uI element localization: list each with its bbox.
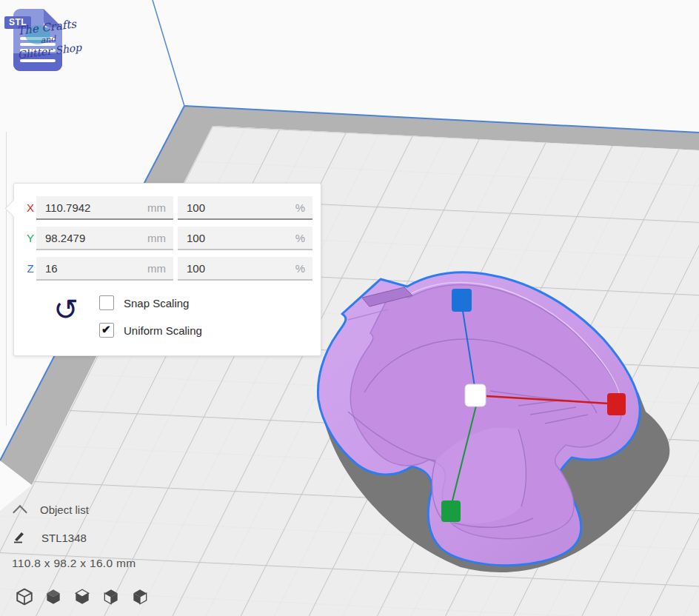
camera-view-toolbar	[13, 585, 151, 609]
axis-label-x: X	[25, 201, 36, 214]
object-list-header[interactable]: Object list	[12, 503, 175, 516]
model-dimensions: 110.8 x 98.2 x 16.0 mm	[12, 557, 175, 570]
x-size-input[interactable]: 110.7942 mm	[36, 196, 173, 220]
cube-right-icon	[130, 587, 150, 606]
snap-scaling-label: Snap Scaling	[124, 297, 189, 309]
unit-percent: %	[295, 232, 305, 244]
view-top-button[interactable]	[71, 585, 93, 609]
stl-badge: STL	[4, 16, 31, 29]
unit-mm: mm	[147, 262, 166, 275]
scale-handle-center[interactable]	[465, 384, 486, 406]
cube-left-icon	[101, 587, 121, 606]
cube-top-icon	[73, 587, 92, 606]
z-percent-input[interactable]: 100 %	[178, 257, 312, 281]
z-size-input[interactable]: 16 mm	[36, 257, 173, 281]
view-left-button[interactable]	[100, 585, 122, 609]
unit-percent: %	[295, 262, 305, 275]
unit-mm: mm	[147, 201, 166, 214]
unit-mm: mm	[147, 232, 166, 244]
x-percent-input[interactable]: 100 %	[178, 196, 312, 220]
build-volume-z-edge	[153, 0, 184, 106]
cube-3d-icon	[15, 587, 34, 606]
chevron-up-icon	[13, 505, 27, 520]
scale-row-x: X 110.7942 mm 100 %	[14, 196, 321, 220]
view-3d-button[interactable]	[13, 585, 36, 609]
scale-row-y: Y 98.2479 mm 100 %	[14, 227, 321, 250]
uniform-scaling-checkbox[interactable]	[99, 323, 114, 338]
pencil-icon	[12, 530, 27, 545]
scale-handle-y[interactable]	[441, 500, 461, 522]
view-right-button[interactable]	[129, 585, 151, 609]
cube-front-icon	[44, 587, 63, 606]
left-ui-divider	[6, 132, 7, 426]
stl-file-icon: STL The Crafts and Glitter Shop	[4, 3, 68, 74]
y-percent-input[interactable]: 100 %	[178, 227, 312, 250]
view-front-button[interactable]	[42, 585, 64, 609]
scale-tool-panel: X 110.7942 mm 100 % Y 98.2479 mm 100 % Z…	[13, 183, 321, 356]
unit-percent: %	[295, 201, 305, 214]
snap-scaling-checkbox[interactable]	[99, 295, 114, 310]
axis-label-y: Y	[25, 232, 36, 244]
scale-row-z: Z 16 mm 100 %	[14, 257, 321, 281]
y-size-input[interactable]: 98.2479 mm	[36, 227, 173, 250]
scale-handle-x[interactable]	[607, 393, 626, 415]
reset-scale-button[interactable]: ↺	[50, 293, 82, 329]
axis-label-z: Z	[25, 262, 36, 275]
watermark-blob	[25, 25, 50, 44]
object-list-panel: Object list STL1348 110.8 x 98.2 x 16.0 …	[12, 503, 175, 570]
scale-handle-z[interactable]	[452, 289, 472, 312]
uniform-scaling-label: Uniform Scaling	[124, 324, 202, 337]
object-list-item[interactable]: STL1348	[12, 530, 175, 545]
